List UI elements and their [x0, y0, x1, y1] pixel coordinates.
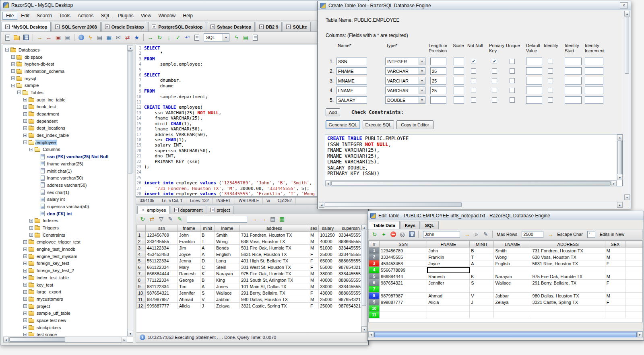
result-cell[interactable]: M [309, 270, 319, 277]
result-cell[interactable]: King [215, 277, 240, 283]
expand-icon[interactable] [11, 76, 15, 80]
result-cell[interactable]: 40000 [319, 238, 337, 245]
default-value-input[interactable] [526, 77, 542, 85]
result-cell[interactable]: 25000 [319, 303, 337, 309]
edit-tab-sql[interactable]: SQL [421, 221, 439, 229]
execute-icon[interactable]: ϟ [86, 33, 95, 42]
run-icon[interactable]: → [146, 33, 155, 42]
tree-item-dno-fk-int[interactable]: dno (FK) int [4, 210, 127, 217]
row-number[interactable]: 4 [369, 267, 380, 273]
result-cell[interactable]: 987987987 [146, 296, 178, 303]
results-tab-employee[interactable]: employee [137, 206, 170, 214]
scroll-left-icon[interactable] [325, 181, 331, 186]
menu-actions[interactable]: Actions [74, 12, 97, 20]
tree-item-mysql[interactable]: mysql [4, 75, 127, 82]
scrollbar-thumb[interactable] [617, 140, 622, 174]
length-input[interactable] [430, 58, 446, 65]
result-cell[interactable]: 731 Fondren, Houston TX [240, 232, 309, 238]
close-tab-icon[interactable] [55, 25, 60, 29]
scale-input[interactable] [454, 96, 464, 104]
identity-checkbox[interactable] [548, 59, 553, 64]
edit-cell[interactable]: 666884444 [380, 273, 427, 280]
view-log-icon[interactable]: ▤ [268, 215, 277, 223]
new-editor-icon[interactable] [192, 33, 201, 42]
result-cell[interactable]: 101 Main St, Dallas TX [240, 283, 309, 290]
scroll-right-icon[interactable] [122, 337, 127, 343]
result-cell[interactable]: M [309, 238, 319, 245]
edit-cell[interactable]: Smith [494, 248, 531, 254]
column-type-dropdown[interactable]: INTEGER [385, 58, 425, 65]
edit-cell[interactable] [605, 312, 625, 318]
expand-icon[interactable] [23, 333, 27, 336]
edit-column-header-fname[interactable]: FNAME [427, 241, 470, 248]
expand-icon[interactable] [23, 112, 27, 116]
edit-column-header-lname[interactable]: LNAME [494, 241, 531, 248]
new-file-icon[interactable] [3, 33, 12, 42]
result-cell[interactable]: 453453453 [146, 251, 178, 258]
close-tab-icon[interactable] [211, 25, 215, 29]
result-cell[interactable]: 661122334 [146, 264, 178, 270]
save-edits-icon[interactable] [407, 230, 416, 239]
save-icon[interactable] [22, 33, 30, 42]
menu-edit[interactable]: Edit [17, 12, 33, 20]
expand-icon[interactable] [23, 269, 27, 272]
results-tab-department[interactable]: department [171, 206, 206, 214]
connection-tab-sybase-desktop[interactable]: Sybase Desktop [207, 22, 255, 31]
length-input[interactable] [430, 87, 446, 94]
close-tab-icon[interactable] [141, 208, 145, 212]
tree-item-stockpickers[interactable]: stockpickers [4, 324, 127, 331]
result-cell[interactable]: 638 Voss, Houston TX [240, 238, 309, 245]
collapse-icon[interactable] [11, 84, 15, 87]
tree-item-dependent[interactable]: dependent [4, 118, 127, 125]
edit-results-icon[interactable]: ✎ [166, 215, 175, 223]
tree-item-index-test-table[interactable]: index_test_table [4, 274, 127, 281]
tree-item-information-schema[interactable]: information_schema [4, 68, 127, 75]
tree-item-book-test[interactable]: book_test [4, 103, 127, 111]
window-vertical-scrollbar[interactable] [624, 11, 630, 200]
result-cell[interactable]: Jennifer [178, 290, 200, 296]
result-cell[interactable]: Tim [178, 283, 200, 290]
result-cell[interactable]: Smith [215, 232, 240, 238]
not-null-checkbox[interactable] [471, 68, 476, 74]
result-cell[interactable]: 771122334 [146, 277, 178, 283]
row-number[interactable]: 8 [369, 293, 380, 299]
menu-tools[interactable]: Tools [56, 12, 74, 20]
edit-cell[interactable]: M [605, 254, 625, 260]
expand-icon[interactable] [23, 312, 27, 315]
default-value-input[interactable] [526, 96, 542, 104]
scroll-up-icon[interactable] [361, 225, 367, 230]
result-cell[interactable]: 25000 [319, 251, 337, 258]
scale-input[interactable] [454, 67, 464, 75]
edit-cell[interactable]: 5631 Rice, Houston TX [531, 260, 605, 267]
result-cell[interactable]: Ahmad [178, 296, 200, 303]
tree-item-sample-utf-table[interactable]: sample_utf_table [4, 310, 127, 317]
email-icon[interactable]: ✉ [114, 33, 122, 42]
edit-cell[interactable] [427, 305, 470, 312]
menu-view[interactable]: View [137, 12, 155, 20]
length-input[interactable] [430, 77, 446, 85]
tree-item-large-export[interactable]: large_export [4, 288, 127, 295]
expand-icon[interactable] [23, 134, 27, 137]
edit-cell[interactable] [531, 286, 605, 293]
result-cell[interactable]: Long [215, 258, 240, 264]
scrollbar-thumb[interactable] [331, 181, 611, 186]
connection-tab-mysql-desktop[interactable]: *MySQL Desktop [2, 22, 51, 31]
edit-cell[interactable]: John [427, 248, 470, 254]
undo-icon[interactable]: ↶ [183, 33, 192, 42]
row-number[interactable]: 3 [369, 260, 380, 267]
tree-item-columns[interactable]: Columns [4, 146, 127, 153]
result-cell[interactable]: 65000 [319, 258, 337, 264]
edit-cell[interactable]: F [605, 299, 625, 305]
scrollbar-thumb[interactable] [325, 202, 462, 207]
tree-item-sex-char-1[interactable]: sex char(1) [4, 189, 127, 196]
result-cell[interactable]: Alicia [178, 303, 200, 309]
result-cell[interactable]: Jim [178, 245, 200, 251]
column-header-fname[interactable]: fname [178, 225, 200, 232]
expand-icon[interactable] [23, 304, 27, 308]
edit-cell[interactable]: Jennifer [427, 280, 470, 286]
tree-item-project[interactable]: project [4, 303, 127, 310]
result-cell[interactable]: 501 Fire Oak, Humble TX [240, 245, 309, 251]
expand-icon[interactable] [23, 290, 27, 294]
edit-cell[interactable]: 975 Fire Oak, Humble TX [531, 273, 605, 280]
results-vertical-scrollbar[interactable] [361, 225, 367, 332]
